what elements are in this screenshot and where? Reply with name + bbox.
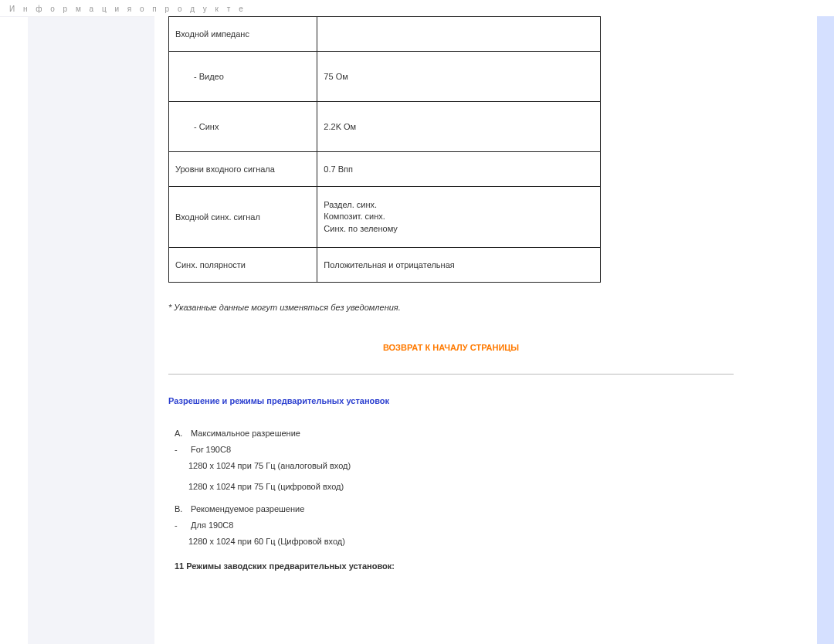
divider xyxy=(168,374,734,375)
cell-label: Синх. полярности xyxy=(169,248,317,283)
return-to-top-link[interactable]: ВОЗВРАТ К НАЧАЛУ СТРАНИЦЫ xyxy=(168,343,734,352)
cell-value: 75 Ом xyxy=(317,52,601,102)
cell-label: Уровни входного сигнала xyxy=(169,152,317,187)
content-area: Входной импеданс - Видео 75 Ом - Синх 2.… xyxy=(154,16,748,644)
table-row: - Синх 2.2K Ом xyxy=(169,102,601,152)
list-tag: - xyxy=(175,517,188,534)
table-row: Входной импеданс xyxy=(169,17,601,52)
table-row: Входной синх. сигнал Раздел. синх.Композ… xyxy=(169,187,601,248)
cell-label: - Видео xyxy=(169,52,317,102)
cell-value: 0.7 Впп xyxy=(317,152,601,187)
table-row: Уровни входного сигнала 0.7 Впп xyxy=(169,152,601,187)
resolution-line: 1280 x 1024 при 60 Гц (Цифровой вход) xyxy=(188,534,734,550)
page-body: Входной импеданс - Видео 75 Ом - Синх 2.… xyxy=(0,16,834,644)
left-gutter xyxy=(0,16,28,644)
disclaimer-note: * Указанные данные могут изменяться без … xyxy=(168,303,734,312)
cell-value: 2.2K Ом xyxy=(317,102,601,152)
blank-area xyxy=(168,574,734,644)
list-tag: A. xyxy=(175,425,188,442)
cell-value: Раздел. синх.Композит. синх.Синх. по зел… xyxy=(317,187,601,248)
cell-label: Входной импеданс xyxy=(169,17,317,52)
table-row: - Видео 75 Ом xyxy=(169,52,601,102)
list-tag: - xyxy=(175,442,188,458)
cell-value xyxy=(317,17,601,52)
resolution-block-a: A. Максимальное разрешение - For 190C8 1… xyxy=(175,425,734,495)
list-label: Рекомендуемое разрешение xyxy=(191,504,304,514)
cell-label: - Синх xyxy=(169,102,317,152)
cell-label: Входной синх. сигнал xyxy=(169,187,317,248)
table-row: Синх. полярности Положительная и отрицат… xyxy=(169,248,601,283)
factory-presets-title: 11 Режимы заводских предварительных уста… xyxy=(175,561,734,571)
list-label: Для 190C8 xyxy=(191,520,233,530)
list-tag: B. xyxy=(175,501,188,517)
cell-value: Положительная и отрицательная xyxy=(317,248,601,283)
sidebar-placeholder xyxy=(28,16,154,644)
resolution-section-title: Разрешение и режимы предварительных уста… xyxy=(168,396,734,405)
resolution-line: 1280 x 1024 при 75 Гц (аналоговый вход) xyxy=(188,458,734,474)
resolution-block-b: B. Рекомендуемое разрешение - Для 190C8 … xyxy=(175,501,734,550)
list-label: For 190C8 xyxy=(191,445,231,454)
page-header: И н ф о р м а ц и я о п р о д у к т е xyxy=(0,0,834,16)
resolution-line: 1280 x 1024 при 75 Гц (цифровой вход) xyxy=(188,479,734,495)
list-label: Максимальное разрешение xyxy=(191,429,300,438)
right-accent-strip xyxy=(817,16,834,644)
spec-table: Входной импеданс - Видео 75 Ом - Синх 2.… xyxy=(168,16,601,283)
